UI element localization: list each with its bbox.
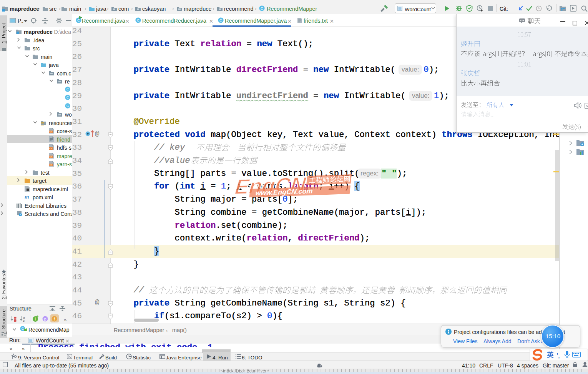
svg-text:C: C xyxy=(66,104,69,108)
svg-text:C: C xyxy=(66,87,69,91)
svg-text:<>: <> xyxy=(49,131,52,134)
svg-text:C: C xyxy=(261,6,263,10)
svg-text:I: I xyxy=(35,317,36,321)
svg-text:z: z xyxy=(23,319,25,322)
svg-text:C: C xyxy=(219,18,222,22)
svg-text:<>: <> xyxy=(49,164,52,167)
svg-text:C: C xyxy=(22,327,24,331)
svg-text:<>: <> xyxy=(49,156,52,159)
svg-text:C: C xyxy=(66,95,69,99)
svg-text:<>: <> xyxy=(49,147,52,150)
svg-text:C: C xyxy=(137,18,140,22)
svg-text:f: f xyxy=(54,317,55,321)
svg-text:p: p xyxy=(44,317,47,321)
